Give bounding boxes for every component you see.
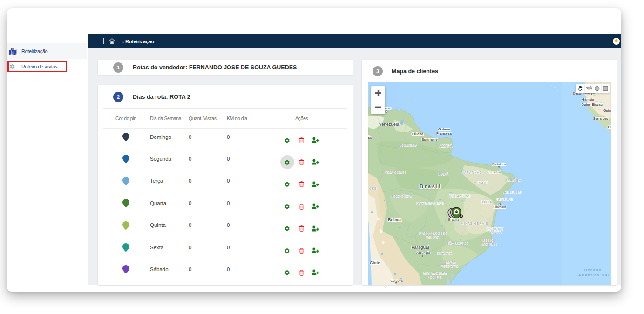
svg-text:Oceano: Oceano xyxy=(584,268,602,272)
svg-text:Assunção: Assunção xyxy=(416,251,431,255)
svg-text:RORAIMA: RORAIMA xyxy=(400,144,417,147)
svg-text:Gâmbia: Gâmbia xyxy=(582,98,594,101)
svg-text:SANTO: SANTO xyxy=(489,231,502,234)
svg-text:JANEIRO: JANEIRO xyxy=(481,243,497,246)
svg-text:TOCANTINS: TOCANTINS xyxy=(449,194,471,198)
svg-text:DO SUL: DO SUL xyxy=(426,236,440,239)
svg-text:SANTA: SANTA xyxy=(444,261,456,264)
svg-text:Atlântico Sul: Atlântico Sul xyxy=(578,273,610,277)
svg-text:MATO GROSSO: MATO GROSSO xyxy=(419,232,447,235)
svg-text:Venezuela: Venezuela xyxy=(379,122,400,127)
svg-text:RIO DE: RIO DE xyxy=(482,239,495,242)
svg-text:PARAÍBA: PARAÍBA xyxy=(505,178,521,182)
svg-text:RONDÔNIA: RONDÔNIA xyxy=(392,194,412,198)
svg-text:PIAUÍ: PIAUÍ xyxy=(478,181,488,184)
svg-text:SÃO PAULO: SÃO PAULO xyxy=(447,241,468,245)
svg-text:DO SUL: DO SUL xyxy=(428,276,442,279)
svg-text:Suriname: Suriname xyxy=(422,137,438,142)
svg-text:Brasília: Brasília xyxy=(448,218,459,221)
svg-text:PARÁ: PARÁ xyxy=(439,172,448,176)
svg-text:Brasil: Brasil xyxy=(420,184,441,189)
svg-text:CATARINA: CATARINA xyxy=(441,265,460,268)
svg-text:Serra Leo: Serra Leo xyxy=(593,117,608,120)
svg-text:Córdova: Córdova xyxy=(390,279,403,282)
svg-text:Li: Li xyxy=(608,125,610,129)
svg-text:Chile: Chile xyxy=(370,260,380,265)
svg-text:Bolívia: Bolívia xyxy=(388,218,402,222)
svg-text:ESPÍRITO: ESPÍRITO xyxy=(487,227,504,231)
svg-text:Guiana: Guiana xyxy=(412,132,424,136)
svg-text:Paraguai: Paraguai xyxy=(411,245,429,250)
svg-text:Fortaleza: Fortaleza xyxy=(492,163,506,166)
svg-text:RIO GRANDE: RIO GRANDE xyxy=(424,272,447,275)
svg-text:Salvador: Salvador xyxy=(493,205,506,209)
svg-text:AMAZONAS: AMAZONAS xyxy=(385,171,406,174)
svg-text:MINAS GERAIS: MINAS GERAIS xyxy=(461,222,488,225)
svg-text:CRE: CRE xyxy=(369,187,377,190)
svg-text:SERGIPE: SERGIPE xyxy=(496,198,513,201)
svg-text:Guiné-Bissau: Guiné-Bissau xyxy=(582,103,603,106)
svg-text:CEARÁ: CEARÁ xyxy=(488,170,501,174)
svg-text:ALAGOAS: ALAGOAS xyxy=(504,191,522,194)
svg-text:BAHIA: BAHIA xyxy=(481,200,492,204)
svg-text:Francesa: Francesa xyxy=(436,131,452,136)
svg-text:MATO GROSSO: MATO GROSSO xyxy=(416,202,444,205)
svg-text:ia: ia xyxy=(368,135,372,140)
svg-text:MARANHÃO: MARANHÃO xyxy=(461,171,482,174)
svg-text:PARANÁ: PARANÁ xyxy=(437,252,452,255)
svg-text:Guin: Guin xyxy=(603,109,611,112)
svg-text:AMAPÁ: AMAPÁ xyxy=(440,144,453,148)
